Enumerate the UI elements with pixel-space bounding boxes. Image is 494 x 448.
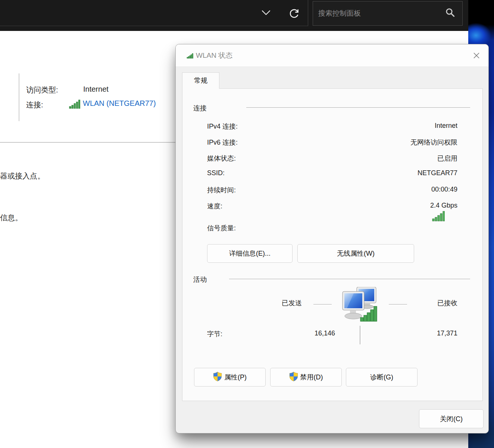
row-value: 无网络访问权限 (410, 138, 457, 147)
wifi-signal-icon (187, 53, 193, 60)
search-icon[interactable] (445, 7, 456, 19)
row-value: 已启用 (437, 154, 457, 163)
connector-dash (389, 304, 407, 305)
row-value: Internet (435, 122, 457, 131)
signal-quality-bars-icon (432, 211, 445, 223)
properties-button[interactable]: 属性(P) (194, 368, 266, 387)
uac-shield-icon (213, 372, 222, 383)
row-media-state: 媒体状态: 已启用 (207, 154, 457, 163)
close-icon[interactable] (470, 50, 482, 61)
search-box (313, 1, 463, 26)
search-input[interactable] (313, 9, 445, 18)
row-duration: 持续时间: 00:00:49 (207, 186, 457, 195)
button-label: 属性(P) (224, 373, 247, 382)
activity-group-heading: 活动 (193, 275, 207, 284)
connector-dash (313, 304, 332, 305)
access-type-label: 访问类型: (26, 85, 58, 95)
disable-button[interactable]: 禁用(D) (270, 368, 342, 387)
row-value: NETGEAR77 (418, 169, 457, 177)
received-label: 已接收 (437, 299, 457, 307)
computers-icon (340, 287, 378, 324)
chevron-down-icon[interactable] (261, 10, 271, 17)
dialog-titlebar: WLAN 状态 (176, 44, 488, 66)
row-value: 2.4 Gbps (430, 202, 457, 211)
refresh-icon[interactable] (288, 7, 300, 21)
section-divider-vertical (19, 73, 19, 121)
row-value: 00:00:49 (431, 186, 457, 195)
row-label: 速度: (207, 202, 222, 211)
row-speed: 速度: 2.4 Gbps (207, 202, 457, 211)
button-label: 禁用(D) (300, 373, 323, 382)
row-ipv6: IPv6 连接: 无网络访问权限 (207, 138, 457, 147)
row-ssid: SSID: NETGEAR77 (207, 169, 457, 177)
browser-toolbar (0, 0, 468, 31)
truncated-text-top: 器或接入点。 (0, 171, 45, 181)
dialog-title: WLAN 状态 (196, 44, 232, 66)
connection-link[interactable]: WLAN (NETGEAR77) (83, 99, 156, 108)
group-rule (246, 107, 470, 108)
bytes-received-value: 17,371 (437, 329, 457, 337)
sent-label: 已发送 (282, 299, 302, 307)
row-ipv4: IPv4 连接: Internet (207, 122, 457, 131)
row-label: SSID: (207, 169, 225, 177)
signal-quality-label: 信号质量: (207, 224, 236, 233)
bytes-label: 字节: (207, 329, 222, 338)
wifi-signal-icon (69, 100, 80, 110)
uac-shield-icon (289, 372, 298, 383)
row-label: 媒体状态: (207, 154, 236, 163)
connection-label: 连接: (26, 100, 43, 110)
wlan-status-dialog: WLAN 状态 常规 连接 IPv4 连接: Internet IPv6 连接:… (175, 44, 489, 433)
row-label: 持续时间: (207, 186, 236, 195)
close-button[interactable]: 关闭(C) (419, 409, 484, 428)
tab-page: 连接 IPv4 连接: Internet IPv6 连接: 无网络访问权限 媒体… (182, 88, 483, 401)
details-button[interactable]: 详细信息(E)... (207, 244, 293, 263)
bytes-sent-value: 16,146 (282, 329, 335, 337)
tab-general[interactable]: 常规 (182, 72, 219, 89)
row-label: IPv6 连接: (207, 138, 238, 147)
connection-group-heading: 连接 (193, 104, 207, 113)
row-label: IPv4 连接: (207, 122, 238, 131)
diagnose-button[interactable]: 诊断(G) (346, 368, 418, 387)
access-type-value: Internet (83, 85, 109, 94)
wireless-properties-button[interactable]: 无线属性(W) (297, 244, 414, 263)
group-rule (229, 279, 470, 279)
truncated-text-bottom: 信息。 (0, 213, 22, 223)
bytes-separator (360, 326, 360, 344)
